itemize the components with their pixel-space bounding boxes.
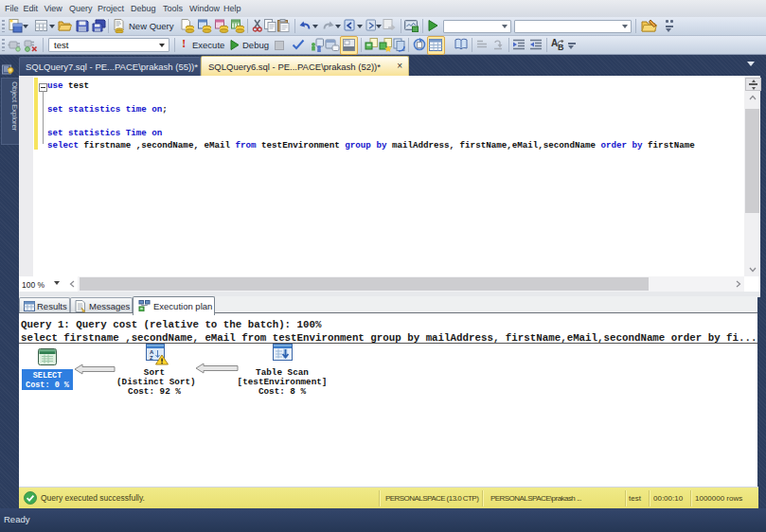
svg-text:Z: Z xyxy=(150,355,153,361)
